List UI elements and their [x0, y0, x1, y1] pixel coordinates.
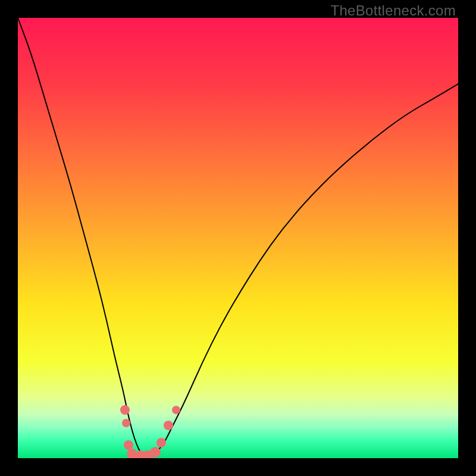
chart-frame: TheBottleneck.com: [0, 0, 476, 476]
background-gradient: [18, 18, 458, 458]
highlight-marker: [120, 405, 130, 415]
highlight-marker: [156, 438, 166, 447]
svg-rect-0: [18, 18, 458, 458]
highlight-marker: [122, 419, 130, 427]
highlight-marker: [172, 406, 180, 414]
watermark-text: TheBottleneck.com: [330, 2, 456, 19]
highlight-marker: [150, 447, 161, 458]
highlight-marker: [164, 421, 173, 430]
plot-area: [18, 18, 458, 458]
